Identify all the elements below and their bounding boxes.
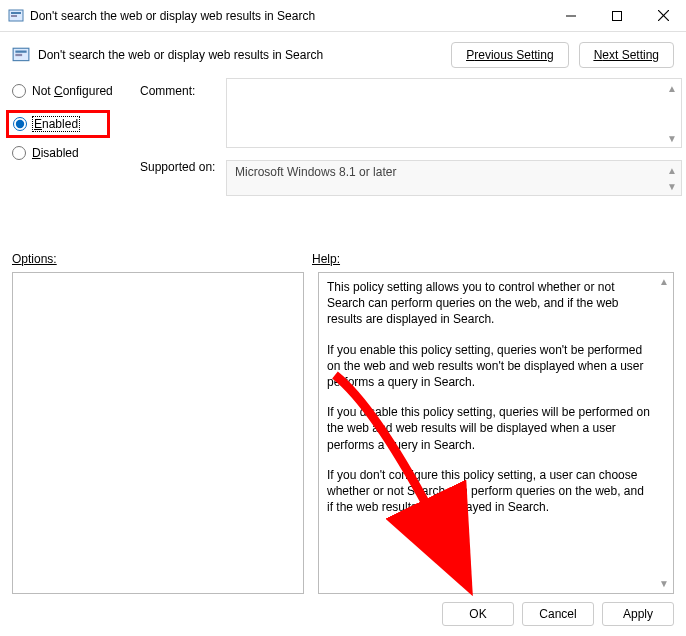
svg-rect-8 <box>15 51 26 53</box>
next-setting-button[interactable]: Next Setting <box>579 42 674 68</box>
svg-rect-4 <box>613 11 622 20</box>
scroll-up-icon[interactable]: ▲ <box>665 81 679 95</box>
cancel-button[interactable]: Cancel <box>522 602 594 626</box>
scroll-down-icon[interactable]: ▼ <box>657 577 671 591</box>
supported-on-box: Microsoft Windows 8.1 or later ▲ ▼ <box>226 160 682 196</box>
svg-rect-2 <box>11 15 17 17</box>
radio-not-configured-label: Not Configured <box>32 84 113 98</box>
svg-rect-1 <box>11 12 21 14</box>
policy-icon <box>12 46 30 64</box>
help-text-p2: If you enable this policy setting, queri… <box>327 342 651 391</box>
minimize-button[interactable] <box>548 0 594 32</box>
radio-enabled-label: Enabled <box>33 117 79 131</box>
radio-group: Not Configured Enabled Disabled <box>12 78 136 236</box>
radio-disabled-input[interactable] <box>12 146 26 160</box>
scroll-up-icon[interactable]: ▲ <box>665 163 679 177</box>
scroll-down-icon[interactable]: ▼ <box>665 131 679 145</box>
radio-enabled-input[interactable] <box>13 117 27 131</box>
help-panel[interactable]: This policy setting allows you to contro… <box>318 272 674 594</box>
comment-textarea[interactable]: ▲ ▼ <box>226 78 682 148</box>
window-title: Don't search the web or display web resu… <box>30 9 548 23</box>
window-controls <box>548 0 686 32</box>
options-panel[interactable] <box>12 272 304 594</box>
supported-label: Supported on: <box>140 160 222 174</box>
radio-disabled-label: Disabled <box>32 146 79 160</box>
policy-title: Don't search the web or display web resu… <box>38 48 441 62</box>
help-label: Help: <box>312 252 674 266</box>
radio-not-configured-input[interactable] <box>12 84 26 98</box>
labels-column: Comment: Supported on: <box>140 78 222 236</box>
close-button[interactable] <box>640 0 686 32</box>
footer-buttons: OK Cancel Apply <box>442 602 674 626</box>
maximize-button[interactable] <box>594 0 640 32</box>
options-label: Options: <box>12 252 312 266</box>
policy-icon <box>8 8 24 24</box>
radio-enabled-highlight: Enabled <box>6 110 110 138</box>
comment-label: Comment: <box>140 84 222 98</box>
header: Don't search the web or display web resu… <box>0 32 686 78</box>
previous-setting-button[interactable]: Previous Setting <box>451 42 568 68</box>
apply-button[interactable]: Apply <box>602 602 674 626</box>
titlebar: Don't search the web or display web resu… <box>0 0 686 32</box>
scroll-up-icon[interactable]: ▲ <box>657 275 671 289</box>
svg-rect-9 <box>15 54 22 56</box>
radio-disabled[interactable]: Disabled <box>12 146 136 160</box>
help-text-p4: If you don't configure this policy setti… <box>327 467 651 516</box>
supported-on-text: Microsoft Windows 8.1 or later <box>235 165 396 179</box>
help-text-p1: This policy setting allows you to contro… <box>327 279 651 328</box>
radio-not-configured[interactable]: Not Configured <box>12 84 136 98</box>
ok-button[interactable]: OK <box>442 602 514 626</box>
fields-column: ▲ ▼ Microsoft Windows 8.1 or later ▲ ▼ <box>226 78 682 236</box>
help-text-p3: If you disable this policy setting, quer… <box>327 404 651 453</box>
scroll-down-icon[interactable]: ▼ <box>665 179 679 193</box>
